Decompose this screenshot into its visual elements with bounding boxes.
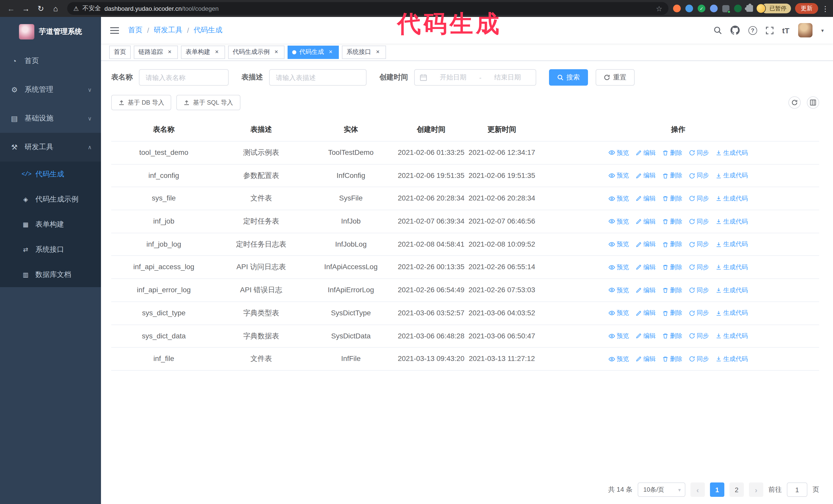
back-icon[interactable]: ← [4, 2, 18, 16]
home-icon[interactable]: ⌂ [49, 2, 63, 16]
search-button[interactable]: 搜索 [549, 69, 588, 86]
sidebar-item-system-api[interactable]: ⇄ 系统接口 [0, 237, 101, 262]
generate-code-link[interactable]: 生成代码 [716, 354, 748, 363]
edit-link[interactable]: 编辑 [636, 217, 656, 226]
preview-link[interactable]: 预览 [609, 308, 629, 318]
breadcrumb-devtools[interactable]: 研发工具 [154, 26, 183, 35]
preview-link[interactable]: 预览 [609, 354, 629, 363]
delete-link[interactable]: 删除 [662, 240, 682, 249]
edit-link[interactable]: 编辑 [636, 171, 656, 180]
preview-link[interactable]: 预览 [609, 217, 629, 226]
sync-link[interactable]: 同步 [689, 331, 709, 341]
sidebar-item-codegen-example[interactable]: ◈ 代码生成示例 [0, 187, 101, 212]
close-icon[interactable]: × [374, 48, 381, 56]
sync-link[interactable]: 同步 [689, 194, 709, 203]
extensions-puzzle-icon[interactable] [746, 5, 753, 12]
browser-menu-icon[interactable]: ⋮ [822, 4, 829, 13]
sync-link[interactable]: 同步 [689, 285, 709, 295]
extension-icon-orange[interactable] [673, 5, 681, 12]
generate-code-link[interactable]: 生成代码 [716, 308, 748, 318]
reset-button[interactable]: 重置 [596, 69, 635, 86]
edit-link[interactable]: 编辑 [636, 354, 656, 363]
extension-icon-blue-drop[interactable] [685, 5, 693, 12]
delete-link[interactable]: 删除 [662, 285, 682, 295]
preview-link[interactable]: 预览 [609, 171, 629, 180]
bookmark-star-icon[interactable]: ☆ [656, 4, 662, 13]
extension-icon-proxy[interactable] [722, 5, 730, 12]
extension-icon-green-check[interactable]: ✓ [698, 5, 705, 12]
sync-link[interactable]: 同步 [689, 308, 709, 318]
github-icon[interactable] [731, 26, 740, 35]
date-range-picker[interactable]: 开始日期 - 结束日期 [414, 69, 536, 86]
sidebar-item-system[interactable]: ⚙ 系统管理 ∨ [0, 75, 101, 104]
edit-link[interactable]: 编辑 [636, 285, 656, 295]
hamburger-icon[interactable] [110, 26, 119, 34]
help-icon[interactable]: ? [748, 26, 757, 34]
sync-link[interactable]: 同步 [689, 240, 709, 249]
page-button-2[interactable]: 2 [730, 482, 744, 497]
generate-code-link[interactable]: 生成代码 [716, 148, 748, 158]
fullscreen-icon[interactable] [766, 26, 774, 34]
import-sql-button[interactable]: 基于 SQL 导入 [176, 95, 240, 110]
edit-link[interactable]: 编辑 [636, 194, 656, 203]
preview-link[interactable]: 预览 [609, 331, 629, 341]
app-logo[interactable]: 芋道管理系统 [0, 17, 101, 47]
close-icon[interactable]: × [213, 48, 220, 56]
preview-link[interactable]: 预览 [609, 194, 629, 203]
sync-link[interactable]: 同步 [689, 148, 709, 158]
import-db-button[interactable]: 基于 DB 导入 [111, 95, 171, 110]
preview-link[interactable]: 预览 [609, 285, 629, 295]
sidebar-item-codegen[interactable]: </> 代码生成 [0, 162, 101, 187]
address-bar[interactable]: ⚠ 不安全 dashboard.yudao.iocoder.cn/tool/co… [67, 2, 668, 15]
edit-link[interactable]: 编辑 [636, 263, 656, 272]
delete-link[interactable]: 删除 [662, 194, 682, 203]
extension-icon-leaf[interactable] [734, 5, 742, 12]
generate-code-link[interactable]: 生成代码 [716, 194, 748, 203]
tab-home[interactable]: 首页 [109, 45, 131, 59]
close-icon[interactable]: × [166, 48, 173, 56]
generate-code-link[interactable]: 生成代码 [716, 217, 748, 226]
prev-page-button[interactable]: ‹ [690, 482, 705, 497]
user-avatar[interactable] [798, 23, 812, 38]
edit-link[interactable]: 编辑 [636, 331, 656, 341]
next-page-button[interactable]: › [749, 482, 763, 497]
edit-link[interactable]: 编辑 [636, 240, 656, 249]
generate-code-link[interactable]: 生成代码 [716, 285, 748, 295]
page-size-select[interactable]: 10条/页 ▾ [638, 482, 685, 497]
edit-link[interactable]: 编辑 [636, 308, 656, 318]
breadcrumb-home[interactable]: 首页 [128, 26, 143, 35]
sync-link[interactable]: 同步 [689, 263, 709, 272]
delete-link[interactable]: 删除 [662, 308, 682, 318]
tab-codegen[interactable]: 代码生成 × [288, 45, 339, 59]
font-size-icon[interactable]: tT [782, 26, 789, 34]
sidebar-item-home[interactable]: ◔ 首页 [0, 47, 101, 75]
column-settings-button[interactable] [807, 96, 819, 109]
edit-link[interactable]: 编辑 [636, 148, 656, 158]
tab-trace[interactable]: 链路追踪 × [134, 45, 178, 59]
table-desc-input[interactable] [269, 69, 366, 86]
sidebar-item-db-docs[interactable]: ▥ 数据库文档 [0, 262, 101, 287]
page-button-1[interactable]: 1 [710, 482, 724, 497]
sync-link[interactable]: 同步 [689, 217, 709, 226]
generate-code-link[interactable]: 生成代码 [716, 263, 748, 272]
delete-link[interactable]: 删除 [662, 263, 682, 272]
generate-code-link[interactable]: 生成代码 [716, 331, 748, 341]
table-name-input[interactable] [139, 69, 229, 86]
browser-update-button[interactable]: 更新 [795, 3, 818, 14]
generate-code-link[interactable]: 生成代码 [716, 171, 748, 180]
delete-link[interactable]: 删除 [662, 331, 682, 341]
caret-down-icon[interactable]: ▾ [821, 27, 824, 33]
delete-link[interactable]: 删除 [662, 354, 682, 363]
sync-link[interactable]: 同步 [689, 171, 709, 180]
preview-link[interactable]: 预览 [609, 148, 629, 158]
close-icon[interactable]: × [327, 48, 334, 56]
extension-icon-people[interactable] [710, 5, 718, 12]
sidebar-item-infra[interactable]: ▤ 基础设施 ∨ [0, 104, 101, 133]
reload-icon[interactable]: ↻ [34, 2, 48, 16]
delete-link[interactable]: 删除 [662, 217, 682, 226]
security-label[interactable]: 不安全 [82, 4, 101, 13]
close-icon[interactable]: × [273, 48, 280, 56]
goto-page-input[interactable] [787, 482, 807, 497]
sidebar-item-form-builder[interactable]: ▦ 表单构建 [0, 212, 101, 237]
tab-system-api[interactable]: 系统接口 × [342, 45, 386, 59]
